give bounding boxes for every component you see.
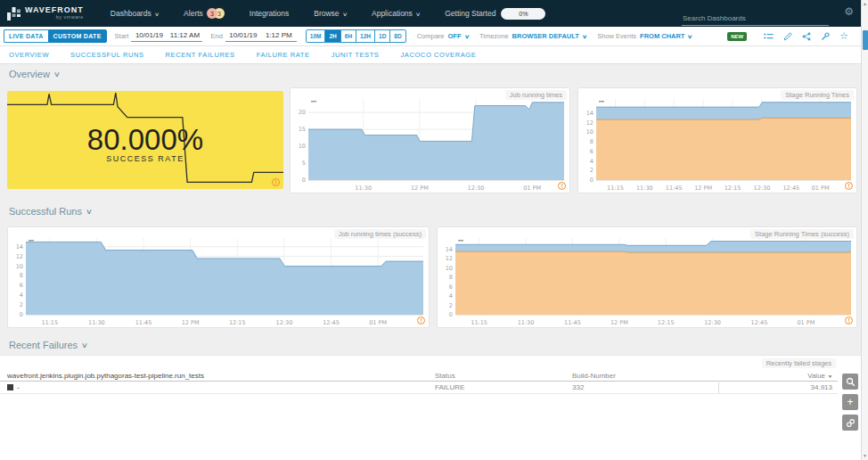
end-date-field[interactable]: 10/01/19 [225, 30, 261, 42]
range-1d-button[interactable]: 1D [375, 30, 390, 42]
link-button[interactable] [842, 415, 858, 431]
vertical-scrollbar[interactable]: ▲ ▼ [861, 0, 868, 460]
section-header-recent-failures[interactable]: Recent Failures ∨ [9, 340, 87, 350]
new-feature-badge[interactable]: NEW [727, 32, 747, 41]
chevron-down-icon: ∨ [464, 33, 470, 39]
gear-icon[interactable]: ⚙ [844, 5, 854, 18]
scroll-up-icon[interactable]: ▲ [862, 0, 868, 8]
chevron-down-icon: ∨ [582, 33, 587, 39]
range-12h-button[interactable]: 12H [356, 30, 375, 42]
custom-date-button[interactable]: CUSTOM DATE [48, 29, 107, 43]
live-data-warning-icon[interactable]: ! [845, 316, 853, 324]
section-header-overview[interactable]: Overview ∨ [9, 69, 60, 79]
tab-overview[interactable]: OVERVIEW [9, 51, 49, 59]
chevron-down-icon: ∨ [81, 341, 88, 349]
timezone-dropdown[interactable]: BROWSER DEFAULT ∨ [512, 32, 587, 40]
tab-failure-rate[interactable]: FAILURE RATE [257, 51, 310, 59]
tab-recent-failures[interactable]: RECENT FAILURES [166, 51, 235, 59]
svg-text:12:30: 12:30 [704, 319, 721, 326]
svg-text:11:15: 11:15 [41, 319, 58, 326]
start-label: Start [115, 32, 129, 40]
stage-running-times-chart[interactable]: 0246810121411:1511:3011:4512 PM12:1512:3… [578, 88, 858, 194]
nav-browse[interactable]: Browse ∨ [314, 9, 347, 18]
svg-text:6: 6 [20, 282, 23, 289]
scroll-down-icon[interactable]: ▼ [862, 452, 868, 460]
wavefront-logo-icon [7, 7, 20, 21]
table-action-buttons: + [842, 374, 858, 435]
column-header-value[interactable]: Value ▼ [807, 372, 832, 380]
time-range-buttons: 10M 2H 6H 12H 1D 8D [306, 29, 406, 43]
svg-text:0: 0 [590, 177, 594, 184]
row-status: FAILURE [435, 383, 464, 391]
add-button[interactable]: + [842, 394, 858, 410]
svg-text:12 PM: 12 PM [182, 319, 200, 326]
series-color-swatch [7, 384, 13, 390]
event-markers-icon[interactable] [764, 32, 774, 41]
chevron-down-icon: ∨ [154, 11, 160, 17]
show-events-dropdown[interactable]: FROM CHART ∨ [640, 32, 692, 40]
svg-text:12:30: 12:30 [276, 319, 293, 326]
nav-getting-started[interactable]: Getting Started 0% [445, 8, 545, 20]
svg-text:14: 14 [446, 246, 453, 253]
zoom-search-button[interactable] [842, 374, 858, 390]
nav-alerts[interactable]: Alerts 3 3 [184, 8, 225, 19]
success-rate-line-chart[interactable] [7, 91, 283, 189]
nav-applications[interactable]: Applications ∨ [372, 9, 420, 18]
dashboard-section-tabs: OVERVIEW SUCCESSFUL RUNS RECENT FAILURES… [0, 46, 861, 64]
row-job-name: - [17, 383, 20, 391]
wrench-icon[interactable] [821, 32, 830, 41]
nav-integrations[interactable]: Integrations [250, 9, 289, 18]
svg-text:12:30: 12:30 [468, 185, 485, 192]
range-2h-button[interactable]: 2H [325, 30, 340, 42]
sort-desc-icon: ▼ [827, 374, 833, 379]
live-data-warning-icon[interactable]: ! [272, 178, 280, 186]
stage-running-times-success-panel[interactable]: Stage Running Times (success) 0246810121… [437, 226, 857, 328]
table-row[interactable]: - FAILURE 332 34.913 [0, 382, 838, 394]
share-icon[interactable] [802, 32, 811, 41]
live-data-warning-icon[interactable]: ! [845, 182, 853, 190]
stage-running-times-panel[interactable]: Stage Running Times 0246810121411:1511:3… [577, 87, 857, 193]
start-date-field[interactable]: 10/01/19 [131, 30, 167, 42]
svg-text:2: 2 [449, 302, 453, 309]
svg-text:01 PM: 01 PM [523, 185, 541, 192]
tab-jacoco-coverage[interactable]: JACOCO COVERAGE [400, 51, 476, 59]
favorite-star-icon[interactable]: ☆ [839, 31, 848, 41]
chevron-down-icon: ∨ [86, 208, 93, 216]
magnifier-icon [846, 377, 856, 387]
getting-started-progress: 0% [501, 8, 545, 20]
wavefront-logo[interactable]: WAVEFRONT by vmware [7, 6, 84, 21]
start-time-field[interactable]: 11:12 AM [167, 30, 202, 42]
job-running-times-panel[interactable]: Job running times 0510152011:3012 PM12:3… [290, 87, 570, 193]
section-header-successful-runs[interactable]: Successful Runs ∨ [9, 206, 92, 217]
job-running-times-success-panel[interactable]: Job running times (success) 024681012141… [7, 226, 430, 328]
job-running-times-chart[interactable]: 0510152011:3012 PM12:3001 PM [291, 88, 571, 194]
scrollbar-thumb[interactable] [863, 30, 868, 50]
edit-icon[interactable] [783, 32, 792, 41]
svg-text:14: 14 [586, 110, 594, 117]
live-data-warning-icon[interactable]: ! [558, 182, 566, 190]
tab-successful-runs[interactable]: SUCCESSFUL RUNS [70, 51, 143, 59]
svg-text:11:15: 11:15 [471, 319, 487, 326]
end-time-field[interactable]: 1:12 PM [261, 30, 297, 42]
live-data-button[interactable]: LIVE DATA [4, 29, 48, 43]
svg-text:12 PM: 12 PM [411, 185, 429, 192]
top-navbar: WAVEFRONT by vmware Dashboards ∨ Alerts … [0, 0, 868, 27]
svg-text:11:45: 11:45 [666, 185, 683, 192]
nav-dashboards[interactable]: Dashboards ∨ [111, 9, 159, 18]
compare-dropdown[interactable]: OFF ∨ [448, 32, 469, 40]
search-input[interactable] [682, 13, 829, 26]
alerts-badge-critical[interactable]: 3 [207, 8, 217, 19]
svg-text:11:30: 11:30 [355, 185, 372, 192]
job-running-times-success-chart[interactable]: 0246810121411:1511:3011:4512 PM12:1512:3… [8, 227, 430, 329]
live-data-warning-icon[interactable]: ! [417, 316, 425, 324]
stage-running-times-success-chart[interactable]: 0246810121411:1511:3011:4512 PM12:1512:3… [438, 227, 858, 329]
chevron-down-icon: ∨ [688, 33, 693, 39]
tab-junit-tests[interactable]: JUNIT TESTS [332, 51, 380, 59]
range-8d-button[interactable]: 8D [390, 30, 405, 42]
chart-title: Job running times (success) [334, 229, 426, 239]
svg-text:6: 6 [590, 148, 594, 155]
range-10m-button[interactable]: 10M [307, 30, 326, 42]
range-6h-button[interactable]: 6H [341, 30, 356, 42]
svg-text:11:30: 11:30 [88, 319, 105, 326]
success-rate-chart-panel[interactable]: 80.000% SUCCESS RATE ! [7, 91, 283, 189]
